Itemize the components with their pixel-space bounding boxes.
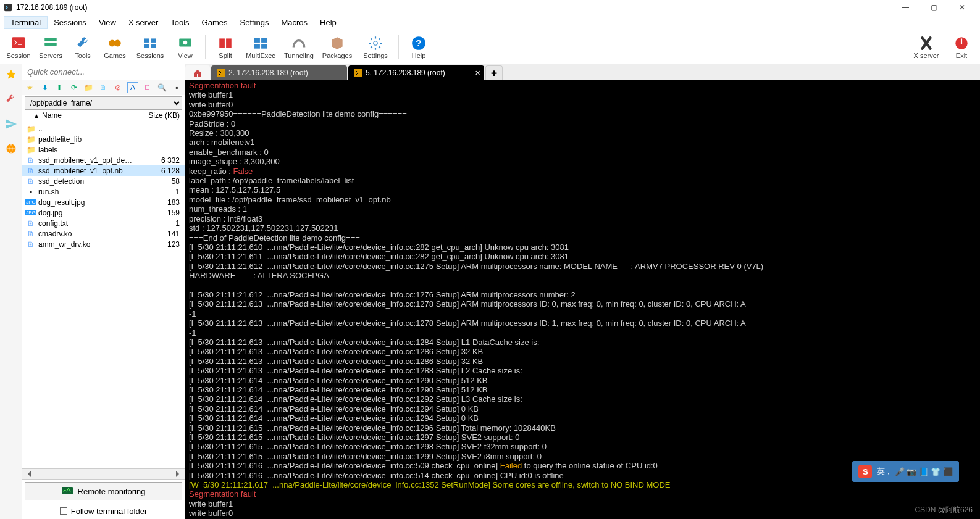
file-row[interactable]: 📁paddlelite_lib <box>22 134 185 144</box>
file-type-icon: 🗎 <box>26 156 36 165</box>
favorites-icon[interactable] <box>4 68 18 81</box>
terminal-icon <box>354 69 362 77</box>
terminal-tabs: 2. 172.16.208.189 (root)5. 172.16.208.18… <box>185 64 980 80</box>
tab-close-icon[interactable]: ✕ <box>475 69 480 77</box>
menubar: TerminalSessionsViewX serverToolsGamesSe… <box>0 15 980 30</box>
menu-tools[interactable]: Tools <box>164 17 195 28</box>
file-row[interactable]: 🗎config.txt1 <box>22 218 185 228</box>
file-row[interactable]: 📁.. <box>22 123 185 134</box>
terminal-icon <box>217 69 225 77</box>
sftp-search-icon[interactable]: 🔍 <box>157 82 168 93</box>
toolbar-servers-button[interactable]: Servers <box>35 35 67 59</box>
terminal-area: 2. 172.16.208.189 (root)5. 172.16.208.18… <box>185 64 980 519</box>
toolbar-session-button[interactable]: Session <box>2 35 35 59</box>
svg-rect-17 <box>261 44 267 49</box>
file-type-icon: 📁 <box>26 125 36 133</box>
toolbar-tunneling-button[interactable]: Tunneling <box>280 35 318 59</box>
menu-view[interactable]: View <box>93 17 122 28</box>
sftp-terminal-icon[interactable]: ▪ <box>171 82 182 93</box>
svg-rect-3 <box>44 42 57 45</box>
toolbar-sessions-button[interactable]: Sessions <box>131 35 169 59</box>
settings-icon <box>367 35 384 52</box>
svg-rect-22 <box>961 38 962 44</box>
file-type-icon: JPG <box>26 198 36 207</box>
toolbar-x-server-button[interactable]: X server <box>907 35 945 59</box>
file-row[interactable]: 🗎ssd_detection58 <box>22 176 185 186</box>
tools-strip-icon[interactable] <box>4 93 18 106</box>
svg-rect-7 <box>151 38 156 42</box>
toolbar-multiexec-button[interactable]: MultiExec <box>241 35 280 59</box>
sftp-download-icon[interactable]: ⬇ <box>40 82 51 93</box>
toolbar-view-button[interactable]: View <box>169 35 201 59</box>
follow-terminal-checkbox[interactable]: Follow terminal folder <box>22 503 185 519</box>
terminal-output[interactable]: Segmentation fault write buffer1 write b… <box>185 80 980 519</box>
sftp-sidebar: ★ ⬇ ⬆ ⟳ 📁 🗎 ⊘ A 🗋 🔍 ▪ /opt/paddle_frame/… <box>22 64 185 519</box>
svg-point-11 <box>183 40 188 44</box>
sftp-hscrollbar[interactable] <box>22 468 185 479</box>
file-row[interactable]: JPGdog.jpg159 <box>22 207 185 218</box>
new-tab-button[interactable]: ✚ <box>485 65 503 80</box>
terminal-icon <box>10 35 27 52</box>
toolbar-games-button[interactable]: Games <box>99 35 131 59</box>
menu-sessions[interactable]: Sessions <box>48 17 93 28</box>
toolbar-split-button[interactable]: Split <box>209 35 241 59</box>
close-button[interactable]: ✕ <box>948 0 976 15</box>
file-row[interactable]: 🗎ssd_mobilenet_v1_opt_demo...6 332 <box>22 155 185 165</box>
file-list[interactable]: 📁..📁paddlelite_lib📁labels🗎ssd_mobilenet_… <box>22 123 185 468</box>
file-type-icon: 🗎 <box>26 230 36 238</box>
maximize-button[interactable]: ▢ <box>919 0 948 15</box>
file-row[interactable]: ▪run.sh1 <box>22 186 185 197</box>
remote-monitoring-button[interactable]: Remote monitoring <box>25 482 182 500</box>
tools-icon <box>74 35 91 52</box>
sftp-newdir-icon[interactable]: 📁 <box>83 82 94 93</box>
sftp-upload-icon[interactable]: ⬆ <box>54 82 65 93</box>
toolbar-exit-button[interactable]: Exit <box>945 35 978 59</box>
sftp-delete-icon[interactable]: ⊘ <box>112 82 124 93</box>
games-icon <box>106 35 124 52</box>
menu-games[interactable]: Games <box>196 17 234 28</box>
file-row[interactable]: 📁labels <box>22 144 185 155</box>
file-type-icon: 🗎 <box>26 167 36 175</box>
svg-rect-14 <box>254 38 260 43</box>
ime-badge-icon: S <box>858 465 872 478</box>
file-row[interactable]: JPGdog_result.jpg183 <box>22 197 185 207</box>
svg-rect-6 <box>144 38 149 42</box>
svg-point-18 <box>374 41 378 45</box>
packages-icon <box>329 35 346 52</box>
sftp-up-icon[interactable]: ★ <box>25 82 36 93</box>
menu-terminal[interactable]: Terminal <box>4 16 48 29</box>
tab-home[interactable] <box>185 65 210 80</box>
file-type-icon: ▪ <box>26 188 36 196</box>
menu-macros[interactable]: Macros <box>275 17 314 28</box>
toolbar-packages-button[interactable]: Packages <box>318 35 356 59</box>
sftp-refresh-icon[interactable]: ⟳ <box>69 82 80 93</box>
terminal-tab[interactable]: 5. 172.16.208.189 (root)✕ <box>348 65 484 80</box>
svg-text:?: ? <box>416 38 421 48</box>
file-row[interactable]: 🗎cmadrv.ko141 <box>22 228 185 239</box>
left-tool-strip <box>0 64 22 519</box>
sftp-newfile-icon[interactable]: 🗎 <box>98 82 109 93</box>
file-type-icon: 🗎 <box>26 219 36 228</box>
globe-icon[interactable] <box>4 142 18 156</box>
quick-connect-input[interactable] <box>22 64 185 80</box>
minimize-button[interactable]: — <box>891 0 919 15</box>
ime-toolbar[interactable]: S 英 , 🎤 📷 📘 👕 ⬛ <box>852 461 959 482</box>
file-row[interactable]: 🗎amm_wr_drv.ko123 <box>22 239 185 249</box>
sftp-hidden-icon[interactable]: 🗋 <box>142 82 153 93</box>
svg-rect-2 <box>44 38 57 41</box>
toolbar-settings-button[interactable]: Settings <box>356 35 395 59</box>
terminal-tab[interactable]: 2. 172.16.208.189 (root) <box>211 65 347 80</box>
svg-rect-13 <box>226 38 232 48</box>
sftp-font-icon[interactable]: A <box>127 82 138 93</box>
file-row[interactable]: 🗎ssd_mobilenet_v1_opt.nb6 128 <box>22 165 185 176</box>
toolbar-help-button[interactable]: ?Help <box>403 35 435 59</box>
menu-x-server[interactable]: X server <box>122 17 164 28</box>
menu-settings[interactable]: Settings <box>234 17 275 28</box>
toolbar-tools-button[interactable]: Tools <box>67 35 99 59</box>
file-list-header[interactable]: ▴Name Size (KB) <box>22 111 185 123</box>
send-icon[interactable] <box>4 117 18 131</box>
sftp-path-combo[interactable]: /opt/paddle_frame/ <box>25 96 182 110</box>
menu-help[interactable]: Help <box>314 17 343 28</box>
svg-point-5 <box>114 39 121 46</box>
servers-icon <box>42 35 59 52</box>
